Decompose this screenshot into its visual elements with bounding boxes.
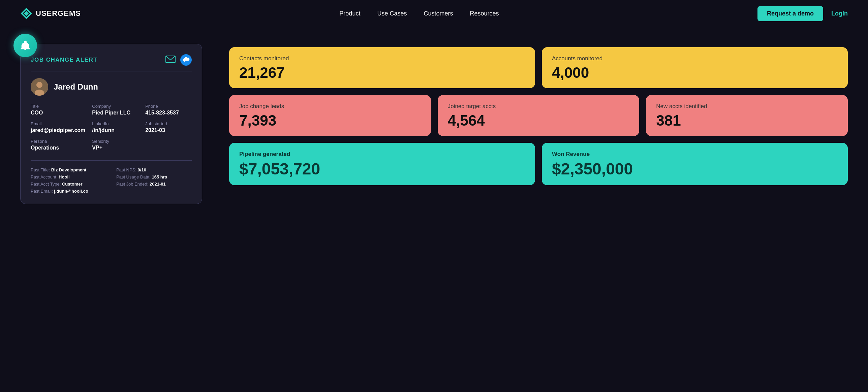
stats-section: Contacts monitored 21,267 Accounts monit…	[229, 47, 848, 185]
salesforce-icon[interactable]	[180, 54, 192, 66]
person-row: Jared Dunn	[31, 78, 192, 96]
nav-use-cases[interactable]: Use Cases	[377, 10, 407, 17]
stats-row-2: Job change leads 7,393 Joined target acc…	[229, 95, 848, 136]
card-section: JOB CHANGE ALERT	[20, 40, 202, 204]
stats-row-3: Pipeline generated $7,053,720 Won Revenu…	[229, 143, 848, 185]
past-acct-type: Past Acct Type: Customer	[31, 182, 106, 187]
detail-company: Company Pied Piper LLC	[92, 104, 138, 116]
stat-contacts-monitored: Contacts monitored 21,267	[229, 47, 535, 88]
stat-won-revenue: Won Revenue $2,350,000	[542, 143, 848, 185]
bell-icon	[20, 40, 31, 51]
past-usage-data: Past Usage Data: 165 hrs	[116, 174, 192, 179]
stats-row-1: Contacts monitored 21,267 Accounts monit…	[229, 47, 848, 88]
past-nps: Past NPS: 9/10	[116, 167, 192, 172]
past-title: Past Title: Biz Development	[31, 167, 106, 172]
nav-customers[interactable]: Customers	[424, 10, 453, 17]
navbar: USERGEMS Product Use Cases Customers Res…	[0, 0, 868, 27]
nav-actions: Request a demo Login	[757, 6, 848, 21]
alert-card: JOB CHANGE ALERT	[20, 44, 202, 204]
main-content: JOB CHANGE ALERT	[0, 27, 868, 224]
stat-job-change-leads: Job change leads 7,393	[229, 95, 431, 136]
login-button[interactable]: Login	[831, 10, 848, 17]
logo-text: USERGEMS	[36, 9, 81, 18]
past-email: Past Email: j.dunn@hooli.co	[31, 189, 106, 194]
stat-pipeline-generated: Pipeline generated $7,053,720	[229, 143, 535, 185]
svg-point-5	[36, 82, 42, 88]
detail-email: Email jared@piedpiper.com	[31, 121, 85, 133]
past-info: Past Title: Biz Development Past NPS: 9/…	[31, 160, 192, 194]
nav-product[interactable]: Product	[339, 10, 360, 17]
detail-linkedin: LinkedIn /in/jdunn	[92, 121, 138, 133]
past-account: Past Account: Hooli	[31, 174, 106, 179]
nav-resources[interactable]: Resources	[470, 10, 499, 17]
detail-title: Title COO	[31, 104, 85, 116]
past-job-ended: Past Job Ended: 2021-01	[116, 182, 192, 187]
detail-job-started: Job started 2021-03	[145, 121, 192, 133]
detail-seniority: Seniority VP+	[92, 139, 138, 151]
bell-icon-wrapper	[13, 34, 37, 57]
details-grid: Title COO Company Pied Piper LLC Phone 4…	[31, 104, 192, 151]
email-icon[interactable]	[165, 55, 176, 65]
nav-links: Product Use Cases Customers Resources	[339, 10, 499, 17]
stat-new-accts-identified: New accts identified 381	[646, 95, 848, 136]
logo[interactable]: USERGEMS	[20, 7, 81, 20]
avatar	[31, 78, 48, 96]
card-title: JOB CHANGE ALERT	[31, 57, 97, 63]
stat-joined-target-accts: Joined target accts 4,564	[438, 95, 640, 136]
card-header: JOB CHANGE ALERT	[31, 54, 192, 71]
detail-persona: Persona Operations	[31, 139, 85, 151]
stat-accounts-monitored: Accounts monitored 4,000	[542, 47, 848, 88]
card-icons	[165, 54, 192, 66]
request-demo-button[interactable]: Request a demo	[757, 6, 823, 21]
person-name: Jared Dunn	[54, 82, 98, 92]
logo-icon	[20, 7, 32, 20]
detail-phone: Phone 415-823-3537	[145, 104, 192, 116]
